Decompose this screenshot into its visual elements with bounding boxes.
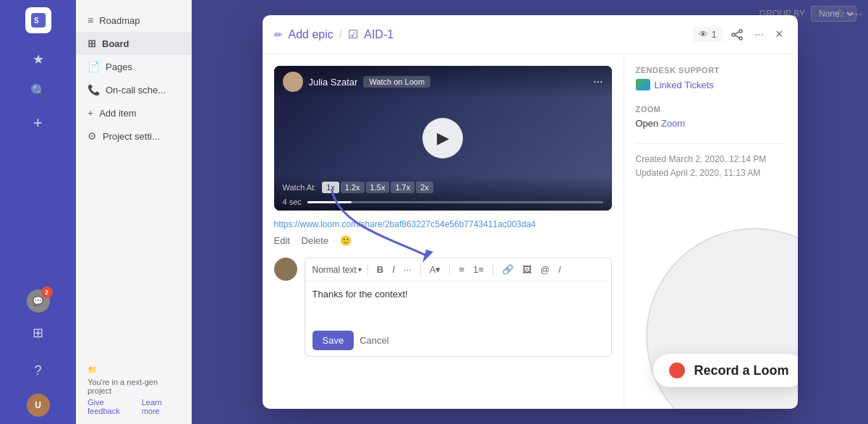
nav-footer: 📁 You're in a next-gen project Give feed… <box>76 365 192 415</box>
zendesk-section: Zendesk Support Linked Tickets <box>636 66 786 90</box>
record-loom-label: Record a Loom <box>694 363 788 378</box>
zoom-link[interactable]: Zoom <box>661 118 685 129</box>
sidebar-item-label: Project setti... <box>103 131 160 142</box>
sidebar-icon-add[interactable]: + <box>24 109 53 137</box>
video-top-bar: Julia Szatar Watch on Loom ··· <box>274 66 612 98</box>
speed-1-5x[interactable]: 1.5x <box>366 182 390 193</box>
comment-text[interactable]: Thanks for the context! <box>305 281 611 325</box>
progress-row: 4 sec <box>283 198 603 206</box>
toolbar-separator-2 <box>420 264 421 276</box>
sidebar-item-settings[interactable]: ⚙ Project setti... <box>76 124 192 148</box>
svg-text:S: S <box>34 17 39 25</box>
right-divider <box>636 143 786 144</box>
additem-icon: + <box>88 107 93 119</box>
emoji-button[interactable]: 🙂 <box>340 235 352 246</box>
italic-button[interactable]: I <box>389 263 398 276</box>
video-time: 4 sec <box>283 198 302 206</box>
cancel-button[interactable]: Cancel <box>359 335 388 346</box>
comment-toolbar: Normal text ▾ B I ··· A▾ ≡ <box>305 258 611 281</box>
sidebar: S ★ 🔍 + 💬 2 ⊞ ? U <box>0 0 76 424</box>
commenter-avatar <box>274 258 297 281</box>
sidebar-item-roadmap[interactable]: ≡ Roadmap <box>76 9 192 32</box>
more-button[interactable]: ··· <box>752 25 767 44</box>
watch-count-value: 1 <box>711 29 716 40</box>
video-preview: Julia Szatar Watch on Loom ··· ▶ Watch A… <box>274 66 612 211</box>
loom-record-overlay: Record a Loom <box>653 354 797 387</box>
link-button[interactable]: 🔗 <box>499 263 516 276</box>
breadcrumb-id-text: AID-1 <box>364 28 393 41</box>
text-format-select[interactable]: Normal text ▾ <box>312 265 362 275</box>
sidebar-item-label: Board <box>102 38 129 49</box>
learn-more-link[interactable]: Learn more <box>142 398 180 415</box>
play-button[interactable]: ▶ <box>422 118 463 158</box>
text-color-button[interactable]: A▾ <box>427 263 444 276</box>
dot-separator-2: · <box>333 235 336 246</box>
speed-2x[interactable]: 2x <box>416 182 433 193</box>
ticket-modal: ✏ Add epic / ☑ AID-1 👁 1 <box>263 15 798 409</box>
open-zoom-prefix: Open <box>636 118 659 129</box>
zoom-value: Open Zoom <box>636 118 786 129</box>
user-avatar[interactable]: U <box>27 394 50 417</box>
video-author-avatar <box>283 72 303 92</box>
sidebar-item-label: On-call sche... <box>106 85 166 96</box>
modal-actions: 👁 1 ··· × <box>693 24 786 45</box>
dot-separator: · <box>294 235 297 246</box>
video-progress-bar[interactable] <box>307 201 603 203</box>
app-logo[interactable]: S <box>25 7 51 33</box>
give-feedback-link[interactable]: Give feedback <box>88 398 136 415</box>
bold-button[interactable]: B <box>374 263 386 276</box>
breadcrumb-id-link[interactable]: AID-1 <box>364 28 393 41</box>
main-content: GROUP BY None ☆ ··· ✏ Add epic / ☑ AID-1 <box>192 0 868 424</box>
notifications-button[interactable]: 💬 2 <box>27 289 50 313</box>
modal-left-panel: Julia Szatar Watch on Loom ··· ▶ Watch A… <box>263 54 624 409</box>
video-controls: Watch At: 1x 1.2x 1.5x 1.7x 2x 4 sec <box>274 176 612 211</box>
svg-line-5 <box>735 32 739 34</box>
breadcrumb-separator: / <box>339 28 342 41</box>
ticket-icon <box>636 79 650 90</box>
comment-box: Normal text ▾ B I ··· A▾ ≡ <box>305 258 612 357</box>
record-loom-button[interactable]: Record a Loom <box>653 354 797 387</box>
mention-button[interactable]: @ <box>537 263 553 276</box>
image-button[interactable]: 🖼 <box>519 263 535 276</box>
share-button[interactable] <box>728 26 746 43</box>
delete-link[interactable]: Delete <box>302 235 329 246</box>
speed-controls: Watch At: 1x 1.2x 1.5x 1.7x 2x <box>283 182 603 193</box>
speed-1-7x[interactable]: 1.7x <box>391 182 414 193</box>
breadcrumb-epic-text: Add epic <box>289 28 333 41</box>
pencil-icon: ✏ <box>274 29 283 41</box>
linked-tickets-label: Linked Tickets <box>655 80 714 90</box>
left-navigation: ≡ Roadmap ⊞ Board 📄 Pages 📞 On-call sche… <box>76 0 192 424</box>
pages-icon: 📄 <box>88 61 100 72</box>
roadmap-icon: ≡ <box>88 14 93 26</box>
eye-icon: 👁 <box>699 29 708 40</box>
dates-section: Created March 2, 2020, 12:14 PM Updated … <box>636 153 786 180</box>
ordered-list-button[interactable]: 1≡ <box>470 263 487 276</box>
bullet-list-button[interactable]: ≡ <box>456 263 467 276</box>
sidebar-item-additem[interactable]: + Add item <box>76 101 192 124</box>
updated-date: Updated April 2, 2020, 11:13 AM <box>636 166 786 180</box>
edit-link[interactable]: Edit <box>274 235 290 246</box>
loom-url-link[interactable]: https://www.loom.com/share/2baf863227c54… <box>274 219 612 229</box>
help-icon[interactable]: ? <box>24 356 53 385</box>
breadcrumb-epic-link[interactable]: Add epic <box>289 28 333 41</box>
linked-tickets[interactable]: Linked Tickets <box>636 79 786 90</box>
sidebar-icon-star[interactable]: ★ <box>24 45 53 74</box>
video-options-icon[interactable]: ··· <box>593 75 603 88</box>
more-format-button[interactable]: ··· <box>401 263 414 276</box>
sidebar-item-pages[interactable]: 📄 Pages <box>76 55 192 78</box>
sidebar-item-board[interactable]: ⊞ Board <box>76 32 192 55</box>
close-button[interactable]: × <box>773 24 786 45</box>
apps-icon[interactable]: ⊞ <box>24 318 53 347</box>
sidebar-icon-search[interactable]: 🔍 <box>24 77 53 106</box>
format-label: Normal text <box>312 265 357 275</box>
speed-1x[interactable]: 1x <box>322 182 339 193</box>
video-progress-fill <box>307 201 352 203</box>
save-button[interactable]: Save <box>312 331 354 350</box>
share-icon <box>731 29 743 41</box>
speed-1-2x[interactable]: 1.2x <box>341 182 365 193</box>
svg-point-4 <box>739 37 742 40</box>
watch-on-loom-button[interactable]: Watch on Loom <box>363 76 430 88</box>
command-button[interactable]: / <box>556 263 564 276</box>
zoom-section: Zoom Open Zoom <box>636 105 786 129</box>
sidebar-item-oncall[interactable]: 📞 On-call sche... <box>76 78 192 101</box>
